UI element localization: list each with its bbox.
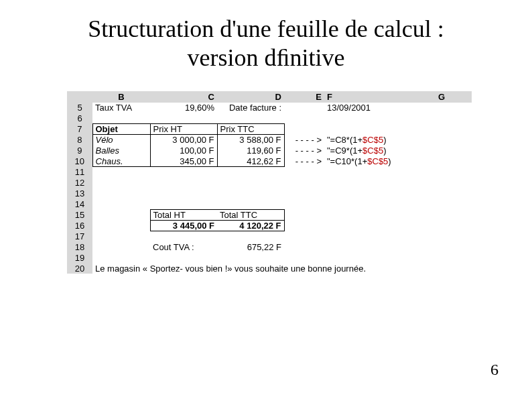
row-number: 8 <box>67 134 92 145</box>
row-number: 11 <box>67 166 92 177</box>
cell-E5 <box>284 102 324 113</box>
cell-E8: - - - - > <box>284 134 324 145</box>
title-line2: version dﬁnitive <box>188 44 345 71</box>
cell-C9: 100,00 F <box>150 145 217 156</box>
page-number: 6 <box>490 361 498 379</box>
col-header-D: D <box>217 91 284 102</box>
cell-D10: 412,62 F <box>217 156 284 166</box>
cell-D5: Date facture : <box>217 102 284 113</box>
row-15: 15 Total HT Total TTC <box>67 209 472 220</box>
slide-title: Structuration d'une feuille de calcul : … <box>13 15 519 72</box>
cell-F5: 13/09/2001 <box>324 102 411 113</box>
col-header-E: E <box>284 91 324 102</box>
row-13: 13 <box>67 188 472 198</box>
cell-D7: Prix TTC <box>217 123 284 134</box>
row-19: 19 <box>67 252 472 263</box>
cell-E9: - - - - > <box>284 145 324 156</box>
row-number: 14 <box>67 198 92 209</box>
row-20: 20 Le magasin « Sportez- vous bien !» vo… <box>67 263 472 274</box>
row-number: 17 <box>67 231 92 241</box>
row-14: 14 <box>67 198 472 209</box>
cell-D8: 3 588,00 F <box>217 134 284 145</box>
row-9: 9 Balles 100,00 F 119,60 F - - - - > "=C… <box>67 145 472 156</box>
row-8: 8 Vélo 3 000,00 F 3 588,00 F - - - - > "… <box>67 134 472 145</box>
cell-C8: 3 000,00 F <box>150 134 217 145</box>
cell-F9: "=C9*(1+$C$5) <box>324 145 411 156</box>
row-17: 17 <box>67 231 472 241</box>
row-header-blank <box>67 91 92 102</box>
cell-C16: 3 445,00 F <box>150 220 217 231</box>
cell-C10: 345,00 F <box>150 156 217 166</box>
col-header-G: G <box>411 91 472 102</box>
cell-B9: Balles <box>92 145 150 156</box>
row-6: 6 <box>67 113 472 123</box>
row-number: 15 <box>67 209 92 220</box>
cell-D16: 4 120,22 F <box>217 220 284 231</box>
row-number: 9 <box>67 145 92 156</box>
row-10: 10 Chaus. 345,00 F 412,62 F - - - - > "=… <box>67 156 472 166</box>
col-header-C: C <box>150 91 217 102</box>
row-number: 6 <box>67 113 92 123</box>
row-number: 10 <box>67 156 92 166</box>
cell-G5 <box>411 102 472 113</box>
cell-B20-message: Le magasin « Sportez- vous bien !» vous … <box>92 263 472 274</box>
cell-E10: - - - - > <box>284 156 324 166</box>
cell-B5: Taux TVA <box>92 102 150 113</box>
row-18: 18 Cout TVA : 675,22 F <box>67 241 472 252</box>
cell-B8: Vélo <box>92 134 150 145</box>
cell-D9: 119,60 F <box>217 145 284 156</box>
spreadsheet-table: B C D E F G 5 Taux TVA 19,60% Date factu… <box>67 91 472 274</box>
cell-C18: Cout TVA : <box>150 241 217 252</box>
row-number: 18 <box>67 241 92 252</box>
cell-F10: "=C10*(1+$C$5) <box>324 156 411 166</box>
title-line1: Structuration d'une feuille de calcul : <box>88 15 444 42</box>
row-number: 19 <box>67 252 92 263</box>
row-number: 20 <box>67 263 92 274</box>
row-16: 16 3 445,00 F 4 120,22 F <box>67 220 472 231</box>
row-number: 5 <box>67 102 92 113</box>
cell-B7: Objet <box>92 123 150 134</box>
cell-D18: 675,22 F <box>217 241 284 252</box>
row-number: 16 <box>67 220 92 231</box>
column-header-row: B C D E F G <box>67 91 472 102</box>
cell-C15: Total HT <box>150 209 217 220</box>
row-5: 5 Taux TVA 19,60% Date facture : 13/09/2… <box>67 102 472 113</box>
cell-C5: 19,60% <box>150 102 217 113</box>
row-7: 7 Objet Prix HT Prix TTC <box>67 123 472 134</box>
cell-B10: Chaus. <box>92 156 150 166</box>
cell-C7: Prix HT <box>150 123 217 134</box>
cell-D15: Total TTC <box>217 209 284 220</box>
cell-F8: "=C8*(1+$C$5) <box>324 134 411 145</box>
col-header-B: B <box>92 91 150 102</box>
row-number: 7 <box>67 123 92 134</box>
spreadsheet: B C D E F G 5 Taux TVA 19,60% Date factu… <box>67 91 478 274</box>
row-11: 11 <box>67 166 472 177</box>
row-12: 12 <box>67 177 472 188</box>
row-number: 12 <box>67 177 92 188</box>
col-header-F: F <box>324 91 411 102</box>
row-number: 13 <box>67 188 92 198</box>
